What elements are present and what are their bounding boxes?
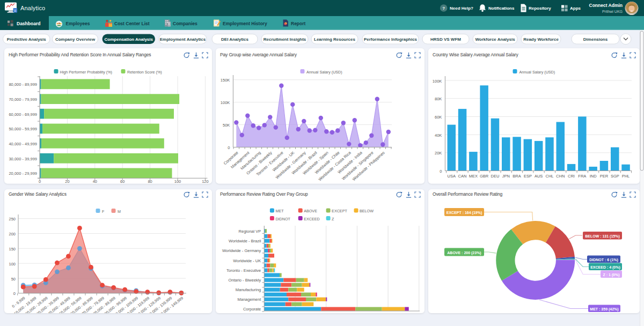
- svg-text:Dimensions: Dimensions: [583, 37, 608, 42]
- svg-text:ABOVE: ABOVE: [304, 209, 317, 213]
- svg-text:50,000 - 59,999: 50,000 - 59,999: [9, 127, 37, 131]
- svg-text:M: M: [118, 209, 121, 214]
- svg-text:100: 100: [174, 179, 181, 184]
- svg-text:DEI Analytics: DEI Analytics: [221, 37, 248, 42]
- svg-text:PER: PER: [600, 174, 609, 179]
- svg-text:Worldwide - Brazil: Worldwide - Brazil: [229, 239, 261, 243]
- svg-text:Overall Performance Review Rat: Overall Performance Review Rating: [433, 191, 503, 197]
- svg-text:100: 100: [9, 262, 16, 266]
- svg-text:CRI: CRI: [568, 174, 575, 179]
- svg-text:60: 60: [120, 179, 125, 184]
- svg-text:CAN: CAN: [458, 174, 467, 179]
- svg-text:Worldwide - UK: Worldwide - UK: [233, 258, 261, 263]
- svg-text:60,000 - 69,999: 60,000 - 69,999: [9, 112, 37, 117]
- svg-text:Performance Infographics: Performance Infographics: [364, 37, 418, 42]
- svg-text:20,000 - 29,999: 20,000 - 29,999: [9, 171, 37, 176]
- svg-text:≡: ≡: [14, 9, 16, 12]
- svg-text:40,000 - 49,999: 40,000 - 49,999: [9, 142, 37, 146]
- svg-text:Connect Admin: Connect Admin: [589, 3, 623, 8]
- svg-text:40: 40: [93, 179, 97, 184]
- svg-text:SGP: SGP: [611, 174, 619, 179]
- svg-text:30,000 - 39,999: 30,000 - 39,999: [9, 157, 37, 161]
- svg-text:Ontario - Biweekly: Ontario - Biweekly: [228, 278, 261, 283]
- svg-text:0: 0: [13, 291, 16, 296]
- svg-text:BELOW : 131 (15%): BELOW : 131 (15%): [585, 234, 620, 239]
- svg-text:70,000 - 79,999: 70,000 - 79,999: [9, 97, 37, 102]
- svg-text:80,000 - 89,999: 80,000 - 89,999: [9, 82, 37, 87]
- svg-text:Performance Review Rating Over: Performance Review Rating Over Pay Group: [220, 191, 308, 197]
- svg-text:Analytico: Analytico: [20, 5, 45, 11]
- svg-text:CHL: CHL: [545, 174, 553, 179]
- svg-text:BELOW: BELOW: [360, 209, 374, 213]
- svg-text:DIDNOT: DIDNOT: [275, 217, 290, 221]
- svg-text:Apps: Apps: [570, 6, 581, 11]
- svg-text:Dashboard: Dashboard: [17, 21, 40, 26]
- svg-text:Corporate: Corporate: [243, 307, 261, 312]
- svg-text:Repository: Repository: [529, 6, 551, 11]
- svg-text:20: 20: [65, 179, 69, 184]
- svg-text:Management: Management: [238, 297, 262, 302]
- svg-text:100K: 100K: [433, 79, 442, 84]
- svg-text:250: 250: [9, 217, 16, 221]
- svg-text:Ready Workforce: Ready Workforce: [523, 37, 559, 42]
- svg-text:EXCEPT : 164 (19%): EXCEPT : 164 (19%): [447, 211, 482, 215]
- svg-text:AUS: AUS: [535, 174, 543, 179]
- svg-text:Gender Wise Salary Analytics: Gender Wise Salary Analytics: [9, 191, 67, 197]
- svg-text:EXCEPT: EXCEPT: [332, 209, 347, 213]
- svg-text:Learning Resources: Learning Resources: [314, 37, 355, 42]
- svg-text:100K: 100K: [221, 100, 230, 105]
- svg-text:MET : 359 (42%): MET : 359 (42%): [590, 307, 618, 312]
- svg-text:Notifications: Notifications: [488, 6, 515, 11]
- svg-text:HRSD VS WFM: HRSD VS WFM: [430, 37, 461, 42]
- svg-text:IND: IND: [590, 174, 597, 179]
- svg-text:ESP: ESP: [524, 174, 532, 179]
- svg-text:Retention Score (%): Retention Score (%): [127, 70, 162, 75]
- svg-text:CHN: CHN: [556, 174, 565, 179]
- svg-text:0: 0: [39, 179, 41, 184]
- svg-text:FRA: FRA: [578, 174, 586, 179]
- svg-text:Pay Group wise Average Annual: Pay Group wise Average Annual Salary: [220, 52, 297, 57]
- svg-text:Regional VP: Regional VP: [239, 229, 261, 234]
- svg-text:MET: MET: [275, 209, 284, 213]
- svg-text:Prithwi UKG: Prithwi UKG: [602, 10, 623, 13]
- svg-text:ABOVE : 200 (23%): ABOVE : 200 (23%): [447, 251, 481, 255]
- svg-text:Report: Report: [291, 21, 306, 26]
- svg-text:20K: 20K: [435, 151, 442, 155]
- svg-text:DEU: DEU: [491, 174, 500, 179]
- svg-text:Toronto - Executive: Toronto - Executive: [226, 268, 261, 273]
- svg-text:Annual Salary (USD): Annual Salary (USD): [519, 70, 555, 75]
- svg-text:Employment Analytics: Employment Analytics: [160, 37, 206, 42]
- svg-text:60K: 60K: [435, 115, 442, 120]
- svg-text:80: 80: [148, 179, 152, 184]
- svg-text:200: 200: [9, 232, 16, 236]
- svg-text:EXCEED: EXCEED: [304, 217, 320, 221]
- svg-text:MEX: MEX: [469, 174, 478, 179]
- svg-text:Country Wise Salary Average An: Country Wise Salary Average Annual Salar…: [433, 52, 518, 57]
- svg-text:Manufacturing: Manufacturing: [236, 287, 261, 292]
- svg-text:0: 0: [228, 145, 230, 150]
- svg-text:80K: 80K: [435, 97, 442, 101]
- svg-text:Company Overview: Company Overview: [55, 37, 96, 42]
- svg-text:120: 120: [202, 179, 209, 184]
- svg-text:High Performer Probability And: High Performer Probability And Retention…: [9, 52, 151, 57]
- svg-text:Companies: Companies: [173, 21, 197, 26]
- svg-text:GBR: GBR: [480, 174, 489, 179]
- svg-text:Employment History: Employment History: [223, 21, 267, 26]
- svg-text:50K: 50K: [223, 123, 230, 128]
- svg-text:Employees: Employees: [66, 21, 90, 26]
- svg-text:Annual Salary (USD): Annual Salary (USD): [306, 70, 342, 75]
- svg-text:40K: 40K: [435, 133, 442, 138]
- svg-text:F: F: [102, 209, 105, 214]
- svg-text:High Performer Probability (%): High Performer Probability (%): [60, 70, 112, 75]
- svg-text:50: 50: [11, 277, 16, 281]
- svg-text:150: 150: [9, 247, 16, 251]
- svg-text:PHL: PHL: [622, 174, 630, 179]
- svg-text:Z: Z: [332, 217, 334, 221]
- svg-text:150K: 150K: [221, 78, 230, 83]
- svg-text:?: ?: [442, 6, 445, 11]
- svg-text:BRA: BRA: [513, 174, 521, 179]
- svg-text:Workforce Analysis: Workforce Analysis: [475, 37, 515, 42]
- svg-text:Need Help?: Need Help?: [450, 6, 473, 11]
- svg-text:EXCEED : 4 (0%): EXCEED : 4 (0%): [590, 265, 620, 270]
- svg-text:0: 0: [440, 169, 442, 174]
